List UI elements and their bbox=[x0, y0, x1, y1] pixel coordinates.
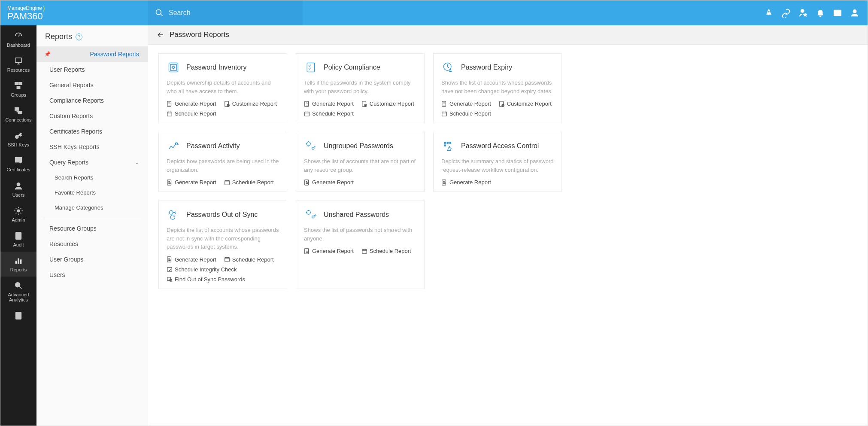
sidebar-item-password-reports[interactable]: 📌Password Reports bbox=[36, 46, 148, 62]
nav-label: Certificates bbox=[6, 167, 30, 172]
sidebar-item-query-reports[interactable]: Query Reports⌄ bbox=[36, 155, 148, 170]
action-label: Customize Report bbox=[507, 100, 552, 107]
action-label: Schedule Report bbox=[370, 248, 411, 254]
sidebar-item-user-reports[interactable]: User Reports bbox=[36, 62, 148, 77]
back-button[interactable] bbox=[157, 30, 165, 39]
svg-point-23 bbox=[172, 66, 174, 68]
activity-icon bbox=[167, 139, 180, 153]
nav-label: Admin bbox=[12, 217, 25, 222]
nav-item-users[interactable]: Users bbox=[0, 177, 36, 202]
grid-hand-icon bbox=[441, 139, 455, 153]
nav-item-groups[interactable]: Groups bbox=[0, 77, 36, 102]
clock-alert-icon bbox=[441, 61, 455, 74]
ungroup-key-icon bbox=[304, 139, 318, 153]
report-card-password-access-control: Password Access ControlDepicts the summa… bbox=[433, 132, 562, 192]
nav-item-sshkeys[interactable]: SSH Keys bbox=[0, 127, 36, 152]
brand-company: ManageEngine bbox=[7, 5, 42, 11]
sidebar-item-certificates-reports[interactable]: Certificates Reports bbox=[36, 124, 148, 139]
svg-rect-37 bbox=[442, 112, 447, 116]
nav-item-dashboard[interactable]: Dashboard bbox=[0, 27, 36, 52]
integrity-action[interactable]: Schedule Integrity Check bbox=[167, 266, 237, 273]
nav-label: AdvancedAnalytics bbox=[8, 292, 29, 302]
nav-item-admin[interactable]: Admin bbox=[0, 202, 36, 227]
search-input[interactable] bbox=[169, 9, 296, 17]
help-icon[interactable]: ? bbox=[76, 33, 82, 40]
user-star-icon[interactable] bbox=[797, 7, 809, 19]
brand: ManageEngine ) PAM360 bbox=[0, 1, 148, 24]
svg-rect-32 bbox=[305, 112, 310, 116]
schedule-action[interactable]: Schedule Report bbox=[441, 110, 491, 117]
page-title: Password Reports bbox=[170, 30, 229, 39]
customize-action[interactable]: Customize Report bbox=[499, 100, 552, 107]
sidebar-item-resource-groups[interactable]: Resource Groups bbox=[36, 221, 148, 236]
sidebar-item-compliance-reports[interactable]: Compliance Reports bbox=[36, 93, 148, 108]
report-card-password-inventory: Password InventoryDepicts ownership deta… bbox=[158, 53, 287, 123]
schedule-action[interactable]: Schedule Report bbox=[224, 256, 274, 263]
action-label: Schedule Report bbox=[312, 110, 354, 117]
generate-action[interactable]: Generate Report bbox=[304, 248, 354, 254]
bell-icon[interactable] bbox=[814, 7, 826, 19]
sidebar-item-resources[interactable]: Resources bbox=[36, 236, 148, 252]
nav-label: Connections bbox=[5, 117, 31, 122]
find_oos-action[interactable]: Find Out of Sync Passwords bbox=[167, 276, 245, 283]
svg-rect-47 bbox=[444, 145, 446, 146]
nav-item-personal[interactable] bbox=[0, 307, 36, 326]
sidebar-item-general-reports[interactable]: General Reports bbox=[36, 77, 148, 93]
sidebar-item-search-reports[interactable]: Search Reports bbox=[36, 170, 148, 185]
schedule-action[interactable]: Schedule Report bbox=[224, 179, 274, 186]
action-label: Schedule Report bbox=[175, 110, 216, 117]
nav-label: Users bbox=[12, 192, 25, 198]
nav-item-advanced-analytics[interactable]: AdvancedAnalytics bbox=[0, 277, 36, 307]
mail-icon[interactable] bbox=[832, 7, 844, 19]
generate-action[interactable]: Generate Report bbox=[167, 100, 216, 107]
generate-action[interactable]: Generate Report bbox=[167, 179, 216, 186]
sidebar-item-custom-reports[interactable]: Custom Reports bbox=[36, 108, 148, 124]
sidebar-item-label: Password Reports bbox=[90, 51, 139, 58]
schedule-action[interactable]: Schedule Report bbox=[361, 248, 411, 254]
brand-swirl-icon: ) bbox=[43, 5, 45, 12]
svg-point-55 bbox=[307, 210, 310, 214]
card-desc: Depicts the list of accounts whose passw… bbox=[167, 226, 279, 251]
sidebar-item-users[interactable]: Users bbox=[36, 267, 148, 283]
key-sync-icon bbox=[167, 208, 180, 222]
search-box[interactable] bbox=[148, 0, 303, 25]
link-icon[interactable] bbox=[780, 7, 792, 19]
card-desc: Shows the list of accounts whose passwor… bbox=[441, 79, 554, 95]
schedule-action[interactable]: Schedule Report bbox=[304, 110, 354, 117]
checklist-icon bbox=[304, 61, 318, 74]
nav-item-audit[interactable]: Audit bbox=[0, 227, 36, 252]
report-card-ungrouped-passwords: Ungrouped PasswordsShows the list of acc… bbox=[296, 132, 425, 192]
profile-icon[interactable] bbox=[849, 7, 861, 19]
nav-item-connections[interactable]: Connections bbox=[0, 102, 36, 127]
schedule-action[interactable]: Schedule Report bbox=[167, 110, 216, 117]
sidebar-item-label: Certificates Reports bbox=[49, 128, 102, 135]
generate-action[interactable]: Generate Report bbox=[304, 179, 354, 186]
generate-action[interactable]: Generate Report bbox=[441, 100, 491, 107]
svg-rect-17 bbox=[20, 259, 22, 264]
search-icon bbox=[155, 9, 164, 17]
sidebar-item-favorite-reports[interactable]: Favorite Reports bbox=[36, 185, 148, 200]
card-title: Unshared Passwords bbox=[324, 211, 389, 219]
svg-rect-8 bbox=[18, 111, 22, 114]
card-desc: Depicts ownership details of accounts an… bbox=[167, 79, 279, 95]
customize-action[interactable]: Customize Report bbox=[224, 100, 277, 107]
generate-action[interactable]: Generate Report bbox=[441, 179, 491, 186]
pin-icon: 📌 bbox=[44, 51, 51, 57]
unshared-key-icon bbox=[304, 208, 318, 222]
sidebar-item-manage-categories[interactable]: Manage Categories bbox=[36, 200, 148, 215]
svg-rect-27 bbox=[167, 112, 172, 116]
rocket-icon[interactable] bbox=[763, 7, 775, 19]
card-desc: Tells if the passwords in the system com… bbox=[304, 79, 416, 95]
customize-action[interactable]: Customize Report bbox=[361, 100, 414, 107]
generate-action[interactable]: Generate Report bbox=[167, 256, 216, 263]
sidebar-item-ssh-keys-reports[interactable]: SSH Keys Reports bbox=[36, 139, 148, 155]
nav-label: Groups bbox=[11, 92, 26, 97]
action-label: Generate Report bbox=[175, 179, 216, 186]
action-label: Customize Report bbox=[370, 100, 414, 107]
sidebar-item-user-groups[interactable]: User Groups bbox=[36, 252, 148, 267]
nav-item-resources[interactable]: Resources bbox=[0, 52, 36, 77]
svg-rect-16 bbox=[18, 258, 19, 264]
nav-item-certificates[interactable]: Certificates bbox=[0, 152, 36, 176]
generate-action[interactable]: Generate Report bbox=[304, 100, 354, 107]
nav-item-reports[interactable]: Reports bbox=[0, 252, 36, 277]
